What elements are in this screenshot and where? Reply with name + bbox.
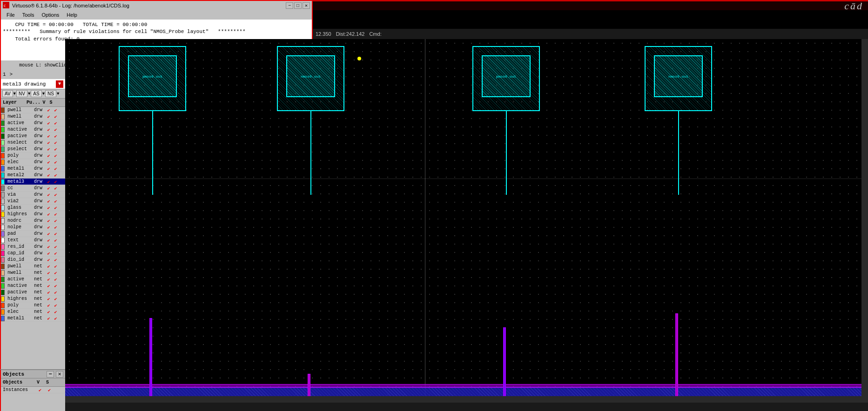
layer-row[interactable]: highres net ✔ ✔ <box>1 296 65 302</box>
layer-visible[interactable]: ✔ <box>45 309 52 315</box>
layer-visible[interactable]: ✔ <box>45 277 52 282</box>
layer-visible[interactable]: ✔ <box>45 257 52 263</box>
layer-visible[interactable]: ✔ <box>45 146 52 152</box>
layer-dropdown-arrow[interactable]: ▼ <box>56 80 63 88</box>
layer-row[interactable]: pactive net ✔ ✔ <box>1 289 65 296</box>
layer-row[interactable]: active drw ✔ ✔ <box>1 120 65 126</box>
layer-row[interactable]: text drw ✔ ✔ <box>1 237 65 244</box>
layer-selectable[interactable]: ✔ <box>52 277 59 282</box>
menu-tools[interactable]: Tools <box>19 11 38 19</box>
layer-visible[interactable]: ✔ <box>45 140 52 146</box>
layer-row[interactable]: highres drw ✔ ✔ <box>1 211 65 218</box>
canvas-hscroll[interactable] <box>65 396 861 403</box>
minimize-button[interactable]: − <box>286 2 293 9</box>
layer-row[interactable]: poly drw ✔ ✔ <box>1 152 65 159</box>
layer-row[interactable]: metal1 net ✔ ✔ <box>1 315 65 322</box>
layer-selectable[interactable]: ✔ <box>52 218 59 224</box>
layer-visible[interactable]: ✔ <box>45 127 52 133</box>
layer-selectable[interactable]: ✔ <box>52 231 59 237</box>
menu-options[interactable]: Options <box>38 11 63 19</box>
layer-selectable[interactable]: ✔ <box>52 303 59 308</box>
main-canvas[interactable]: pmos0.out nmos0.out pmos0.out nmos0.out <box>65 39 868 411</box>
layer-visible[interactable]: ✔ <box>45 270 52 276</box>
layer-visible[interactable]: ✔ <box>45 238 52 243</box>
as-button[interactable]: AS <box>31 90 41 97</box>
layer-selectable[interactable]: ✔ <box>52 244 59 250</box>
layer-selectable[interactable]: ✔ <box>52 159 59 165</box>
layer-selectable[interactable]: ✔ <box>52 153 59 159</box>
nv-button[interactable]: NV <box>16 90 27 97</box>
layer-visible[interactable]: ✔ <box>45 153 52 159</box>
layer-visible[interactable]: ✔ <box>45 212 52 217</box>
layer-selectable[interactable]: ✔ <box>52 186 59 191</box>
layer-row[interactable]: via2 drw ✔ ✔ <box>1 198 65 205</box>
layer-row[interactable]: nwell net ✔ ✔ <box>1 270 65 276</box>
layer-selectable[interactable]: ✔ <box>52 192 59 198</box>
objects-minimize[interactable]: − <box>47 371 54 378</box>
layer-row[interactable]: metal1 drw ✔ ✔ <box>1 166 65 172</box>
layer-visible[interactable]: ✔ <box>45 114 52 119</box>
layer-selectable[interactable]: ✔ <box>52 127 59 133</box>
layer-visible[interactable]: ✔ <box>45 199 52 204</box>
layer-visible[interactable]: ✔ <box>45 172 52 178</box>
layer-visible[interactable]: ✔ <box>45 205 52 211</box>
menu-file[interactable]: File <box>3 11 19 19</box>
layer-row[interactable]: via drw ✔ ✔ <box>1 192 65 198</box>
layer-selectable[interactable]: ✔ <box>52 212 59 217</box>
layer-visible[interactable]: ✔ <box>45 231 52 237</box>
layer-selectable[interactable]: ✔ <box>52 290 59 295</box>
layer-row[interactable]: nodrc drw ✔ ✔ <box>1 218 65 224</box>
layer-row[interactable]: dio_id drw ✔ ✔ <box>1 257 65 263</box>
layer-visible[interactable]: ✔ <box>45 192 52 198</box>
layer-row[interactable]: metal2 drw ✔ ✔ <box>1 172 65 179</box>
layer-visible[interactable]: ✔ <box>45 179 52 185</box>
layer-selectable[interactable]: ✔ <box>52 114 59 119</box>
close-button[interactable]: ✕ <box>303 2 310 9</box>
layer-selectable[interactable]: ✔ <box>52 166 59 172</box>
layer-selectable[interactable]: ✔ <box>52 225 59 230</box>
canvas-vscroll[interactable] <box>861 39 868 403</box>
layer-selector[interactable]: metal3 drawing ▼ <box>1 79 65 89</box>
av-button[interactable]: AV <box>2 90 13 97</box>
ns-button[interactable]: NS <box>45 90 56 97</box>
layer-visible[interactable]: ✔ <box>45 225 52 230</box>
objects-instances-row[interactable]: Instances ✔ ✔ <box>1 387 65 393</box>
objects-close[interactable]: ✕ <box>56 371 63 378</box>
layer-selectable[interactable]: ✔ <box>52 120 59 126</box>
layer-row[interactable]: res_id drw ✔ ✔ <box>1 244 65 250</box>
layer-selectable[interactable]: ✔ <box>52 107 59 113</box>
layer-visible[interactable]: ✔ <box>45 283 52 289</box>
layer-selectable[interactable]: ✔ <box>52 172 59 178</box>
layer-visible[interactable]: ✔ <box>45 303 52 308</box>
layer-row[interactable]: poly net ✔ ✔ <box>1 302 65 309</box>
layer-selectable[interactable]: ✔ <box>52 133 59 139</box>
layer-row[interactable]: pselect drw ✔ ✔ <box>1 146 65 152</box>
layer-row[interactable]: active net ✔ ✔ <box>1 276 65 283</box>
layer-row[interactable]: nactive drw ✔ ✔ <box>1 126 65 133</box>
menu-help[interactable]: Help <box>63 11 81 19</box>
layer-visible[interactable]: ✔ <box>45 166 52 172</box>
layer-visible[interactable]: ✔ <box>45 296 52 302</box>
layer-selectable[interactable]: ✔ <box>52 257 59 263</box>
layer-row[interactable]: pactive drw ✔ ✔ <box>1 133 65 139</box>
window-controls[interactable]: − □ ✕ <box>286 2 310 9</box>
layer-selectable[interactable]: ✔ <box>52 309 59 315</box>
layer-visible[interactable]: ✔ <box>45 290 52 295</box>
layer-row[interactable]: pwell drw ✔ ✔ <box>1 107 65 113</box>
layer-row[interactable]: nselect drw ✔ ✔ <box>1 139 65 146</box>
layer-visible[interactable]: ✔ <box>45 107 52 113</box>
layer-visible[interactable]: ✔ <box>45 316 52 321</box>
layer-visible[interactable]: ✔ <box>45 120 52 126</box>
layer-row[interactable]: pwell net ✔ ✔ <box>1 263 65 270</box>
layer-selectable[interactable]: ✔ <box>52 270 59 276</box>
layer-row[interactable]: nolpe drw ✔ ✔ <box>1 224 65 231</box>
layer-visible[interactable]: ✔ <box>45 218 52 224</box>
layer-row[interactable]: nwell drw ✔ ✔ <box>1 113 65 120</box>
layer-row[interactable]: cc drw ✔ ✔ <box>1 185 65 192</box>
layer-selectable[interactable]: ✔ <box>52 296 59 302</box>
layer-selectable[interactable]: ✔ <box>52 205 59 211</box>
layer-selectable[interactable]: ✔ <box>52 238 59 243</box>
layer-row[interactable]: elec drw ✔ ✔ <box>1 159 65 166</box>
layer-selectable[interactable]: ✔ <box>52 283 59 289</box>
layer-row[interactable]: metal3 drw ✔ ✔ <box>1 179 65 185</box>
